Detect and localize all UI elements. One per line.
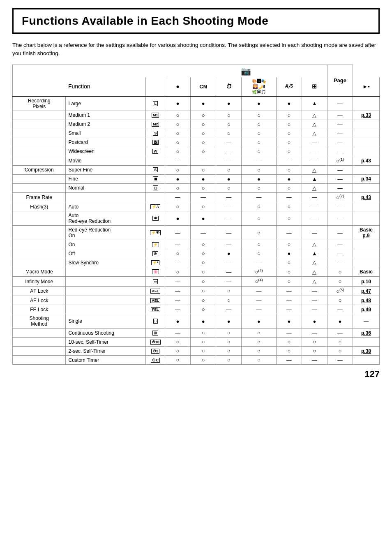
data-cell: — [302,329,327,338]
data-cell: — [216,138,242,147]
function-name: Slow Synchro [66,258,146,267]
data-cell: ○ [165,347,191,356]
data-cell: ○ [165,147,191,156]
data-cell: ○ [242,338,277,347]
table-row: CompressionSuper FineS○○○○○△— [13,165,380,174]
col-prog-header: ● [165,77,191,96]
data-cell: ○ [242,183,277,192]
data-cell: — [165,192,191,202]
data-cell: — [327,138,353,147]
data-cell: ○ [216,347,242,356]
data-cell: △ [302,277,327,286]
group-label [13,240,66,249]
data-cell: ○ [276,183,302,192]
data-cell: — [327,174,353,183]
data-cell: ● [165,174,191,183]
col-as-header: A╱S [276,77,302,96]
page-ref [353,211,380,226]
data-cell: — [327,249,353,258]
data-cell: ○ [191,138,216,147]
mode-icon [146,192,165,202]
data-cell: — [327,211,353,226]
group-label [13,147,66,156]
data-cell: ○(5) [327,286,353,296]
data-cell: — [165,296,191,305]
data-cell: ○ [327,347,353,356]
function-name: Movie [66,156,146,165]
page-title: Functions Available in Each Shooting Mod… [12,8,380,34]
page-ref [353,165,380,174]
data-cell: ○ [327,267,353,277]
data-cell: ● [276,174,302,183]
function-name: Continuous Shooting [66,329,146,338]
function-header: Function [13,77,146,96]
page-number: 127 [12,369,380,379]
group-label [13,211,66,226]
data-cell: ○ [276,211,302,226]
data-cell: — [327,129,353,138]
function-name: Red-eye Reduction On [66,226,146,240]
data-cell: ○ [165,183,191,192]
group-label: Compression [13,165,66,174]
function-name: Auto [66,202,146,211]
table-row: Fine◼●●●●●▲—p.34 [13,174,380,183]
data-cell: ○ [242,249,277,258]
data-cell: ● [242,314,277,329]
mode-icon [146,156,165,165]
page-col-header: Page [327,65,353,96]
group-label [13,129,66,138]
functions-table: 📷 Page Function ● CM ⏱ 🎨🅰🎭🌄🌙8🌿🏛🎵 A╱S ⊞ ►… [12,65,380,365]
data-cell: ○ [216,338,242,347]
data-cell: ● [242,174,277,183]
page-ref [353,356,380,365]
group-label: AF Lock [13,286,66,296]
function-name: 2-sec. Self-Timer [66,347,146,356]
data-cell: ○ [216,111,242,120]
data-cell: ○ [216,129,242,138]
data-cell: ○ [276,111,302,120]
table-row: Continuous Shooting⊞—○○○———p.36 [13,329,380,338]
data-cell: ○ [276,147,302,156]
data-cell: — [302,226,327,240]
data-cell: ○ [165,249,191,258]
page-ref [353,183,380,192]
table-row: Postcard🖼○○—○○—— [13,138,380,147]
group-label [13,347,66,356]
data-cell: ● [276,314,302,329]
data-cell: — [216,226,242,240]
function-name [66,277,146,286]
data-cell: ● [216,314,242,329]
function-name [66,192,146,202]
data-cell: — [302,192,327,202]
table-row: Frame Rate——————○(2)p.43 [13,192,380,202]
data-cell: — [216,192,242,202]
data-cell: ○ [327,277,353,286]
data-cell: ○ [276,120,302,129]
data-cell: — [327,356,353,365]
page-ref: p.10 [353,277,380,286]
group-label [13,258,66,267]
data-cell: ○(4) [242,277,277,286]
data-cell: ▲ [302,249,327,258]
table-row: FE LockFEL—○—————p.49 [13,305,380,314]
table-row: On⚡—○—○○△— [13,240,380,249]
data-cell: — [242,192,277,202]
mode-icon: ⏱C [146,356,165,365]
data-cell: — [327,183,353,192]
data-cell: — [216,267,242,277]
group-label [13,329,66,338]
data-cell: △ [302,183,327,192]
data-cell: — [216,147,242,156]
function-name [66,305,146,314]
data-cell: ○ [191,165,216,174]
col-stitch-header: ⊞ [302,77,327,96]
data-cell: — [165,286,191,296]
data-cell: ○ [242,120,277,129]
data-cell: ▲ [302,174,327,183]
data-cell: — [165,277,191,286]
function-name: Medium 1 [66,111,146,120]
mode-icon: W [146,147,165,156]
data-cell: ○(1) [327,156,353,165]
data-cell: ● [216,96,242,111]
data-cell: ○ [191,267,216,277]
